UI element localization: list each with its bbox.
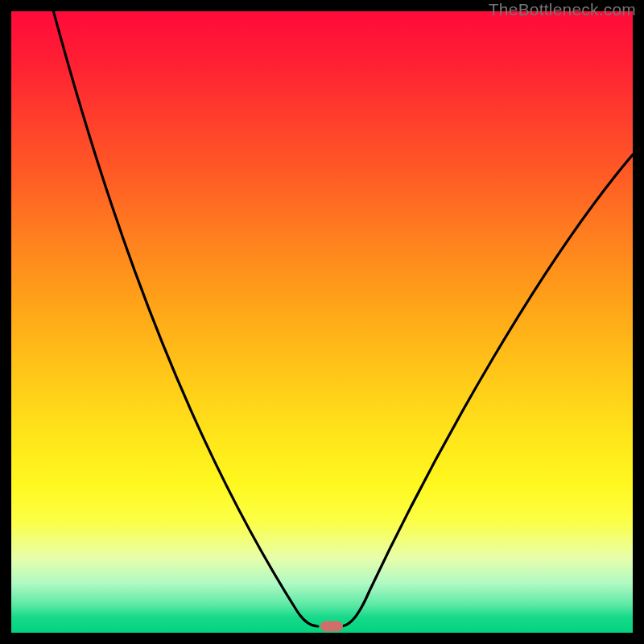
plot-area	[11, 11, 633, 633]
curve-left-branch	[11, 11, 318, 626]
watermark-text: TheBottleneck.com	[489, 0, 636, 19]
curve-right-branch	[342, 155, 633, 626]
optimal-marker	[320, 621, 343, 632]
bottleneck-curve	[11, 11, 633, 633]
chart-stage: TheBottleneck.com	[0, 0, 644, 644]
